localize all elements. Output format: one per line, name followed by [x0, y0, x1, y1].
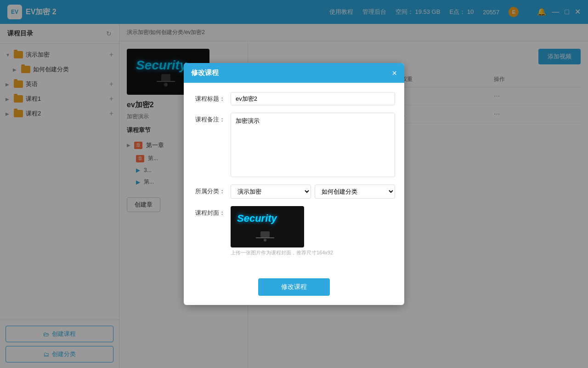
category1-select[interactable]: 演示加密 英语 课程1 课程2 — [231, 184, 311, 199]
modal-overlay: 修改课程 × 课程标题： 课程备注： 加密演示 所属分类： 演示加密 英语 — [0, 0, 588, 368]
svg-point-5 — [264, 239, 266, 242]
modal-title: 修改课程 — [191, 69, 219, 77]
form-row-notes: 课程备注： 加密演示 — [193, 113, 395, 177]
modal-close-button[interactable]: × — [392, 69, 397, 77]
form-row-category: 所属分类： 演示加密 英语 课程1 课程2 如何创建分类 — [193, 184, 395, 199]
modal-header: 修改课程 × — [184, 63, 404, 83]
category2-select[interactable]: 如何创建分类 — [315, 184, 395, 199]
svg-rect-4 — [260, 231, 270, 237]
select-group: 演示加密 英语 课程1 课程2 如何创建分类 — [231, 184, 395, 199]
course-title-input[interactable] — [231, 92, 395, 105]
course-cover-preview[interactable]: Security — [231, 206, 304, 247]
cover-hint: 上传一张图片作为课程封面，推荐尺寸164x92 — [231, 249, 333, 256]
cover-security-text: Security — [237, 213, 277, 224]
modal-dialog: 修改课程 × 课程标题： 课程备注： 加密演示 所属分类： 演示加密 英语 — [184, 63, 404, 305]
form-row-cover: 课程封面： Security 上传一张图片作为课程封面，推荐尺寸164x92 — [193, 206, 395, 256]
form-label-cover: 课程封面： — [193, 206, 225, 217]
cover-area: Security 上传一张图片作为课程封面，推荐尺寸164x92 — [231, 206, 333, 256]
form-label-title: 课程标题： — [193, 92, 225, 103]
svg-rect-3 — [256, 237, 274, 238]
modal-body: 课程标题： 课程备注： 加密演示 所属分类： 演示加密 英语 课程1 课程2 — [184, 83, 404, 273]
course-notes-textarea[interactable]: 加密演示 — [231, 113, 395, 177]
modal-footer: 修改课程 — [184, 273, 404, 305]
submit-button[interactable]: 修改课程 — [258, 278, 330, 296]
form-label-category: 所属分类： — [193, 184, 225, 196]
form-row-title: 课程标题： — [193, 92, 395, 105]
form-label-notes: 课程备注： — [193, 113, 225, 124]
